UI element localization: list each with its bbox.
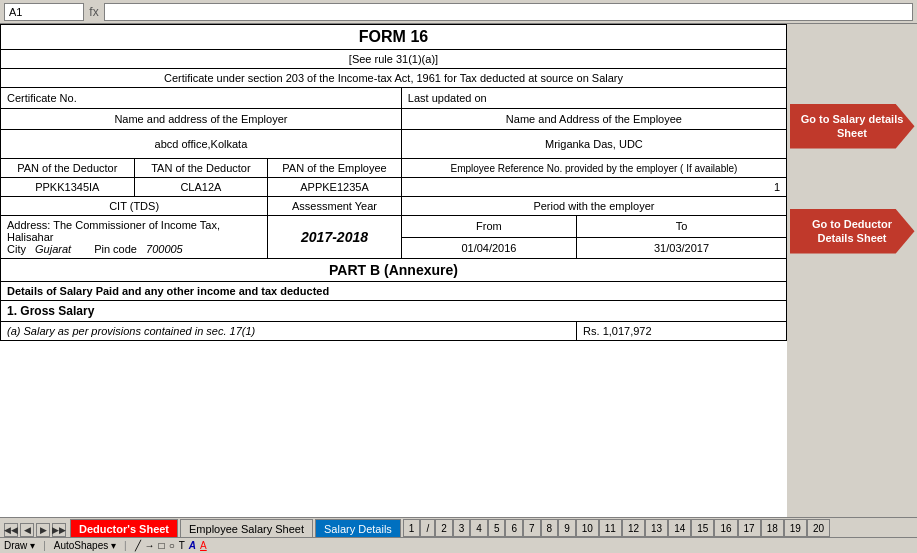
- tab-num-7[interactable]: 6: [505, 519, 523, 537]
- tab-num-20[interactable]: 19: [784, 519, 807, 537]
- from-label: From: [401, 216, 576, 238]
- assessment-year-label: Assessment Year: [268, 197, 402, 216]
- text-icon[interactable]: T: [179, 540, 185, 551]
- employer-name-label: Name and address of the Employer: [1, 109, 402, 130]
- address-label: Address:: [7, 219, 50, 231]
- tab-first-arrow[interactable]: ◀◀: [4, 523, 18, 537]
- tab-num-18[interactable]: 17: [738, 519, 761, 537]
- tab-num-5[interactable]: 4: [470, 519, 488, 537]
- tab-num-2[interactable]: /: [420, 519, 435, 537]
- cell-reference[interactable]: A1: [4, 3, 84, 21]
- salary-provision-label: (a) Salary as per provisions contained i…: [1, 322, 577, 341]
- form-title: FORM 16: [1, 25, 787, 50]
- form16-table: FORM 16 [See rule 31(1)(a)] Certificate …: [0, 24, 787, 341]
- tab-num-9[interactable]: 8: [541, 519, 559, 537]
- tab-num-17[interactable]: 16: [714, 519, 737, 537]
- tab-num-4[interactable]: 3: [453, 519, 471, 537]
- wordart-icon[interactable]: A: [189, 540, 196, 551]
- assessment-year-value: 2017-2018: [268, 216, 402, 259]
- emp-ref-label: Employee Reference No. provided by the e…: [401, 159, 786, 178]
- tab-num-1[interactable]: 1: [403, 519, 421, 537]
- pincode-label: Pin code: [94, 243, 137, 255]
- tab-num-12[interactable]: 11: [599, 519, 622, 537]
- tab-num-6[interactable]: 5: [488, 519, 506, 537]
- tab-num-8[interactable]: 7: [523, 519, 541, 537]
- city-value: Gujarat: [35, 243, 71, 255]
- tab-num-16[interactable]: 15: [691, 519, 714, 537]
- oval-icon[interactable]: ○: [169, 540, 175, 551]
- gross-salary-label: 1. Gross Salary: [1, 301, 787, 322]
- period-label: Period with the employer: [401, 197, 786, 216]
- separator-2: |: [124, 540, 127, 551]
- tab-last-arrow[interactable]: ▶▶: [52, 523, 66, 537]
- pan-employee-label: PAN of the Employee: [268, 159, 402, 178]
- tab-numbers: 1 / 2 3 4 5 6 7 8 9 10 11 12 13 14 15 16…: [403, 519, 830, 537]
- cit-label: CIT (TDS): [1, 197, 268, 216]
- font-color-icon[interactable]: A: [200, 540, 207, 551]
- tab-num-10[interactable]: 9: [558, 519, 576, 537]
- draw-button[interactable]: Draw ▾: [4, 540, 35, 551]
- to-label: To: [577, 216, 787, 238]
- see-rule: [See rule 31(1)(a)]: [1, 50, 787, 69]
- deductor-sheet-button[interactable]: Go to Deductor Details Sheet: [790, 209, 915, 254]
- employee-name-value: Mriganka Das, UDC: [401, 130, 786, 159]
- tan-deductor-label: TAN of the Deductor: [134, 159, 268, 178]
- employer-name-value: abcd office,Kolkata: [1, 130, 402, 159]
- pan-deductor-value: PPKK1345IA: [1, 178, 135, 197]
- from-value: 01/04/2016: [401, 237, 576, 259]
- tabs-row: ◀◀ ◀ ▶ ▶▶ Deductor's Sheet Employee Sala…: [0, 518, 917, 537]
- pincode-value: 700005: [146, 243, 183, 255]
- details-label: Details of Salary Paid and any other inc…: [1, 282, 787, 301]
- emp-ref-value: 1: [401, 178, 786, 197]
- autoshapes-button[interactable]: AutoShapes ▾: [54, 540, 116, 551]
- tab-num-15[interactable]: 14: [668, 519, 691, 537]
- rect-icon[interactable]: □: [159, 540, 165, 551]
- last-updated-label: Last updated on: [401, 88, 786, 109]
- arrow-icon[interactable]: →: [145, 540, 155, 551]
- line-icon[interactable]: ╱: [135, 540, 141, 551]
- part-b-label: PART B (Annexure): [1, 259, 787, 282]
- pan-deductor-label: PAN of the Deductor: [1, 159, 135, 178]
- certificate-text: Certificate under section 203 of the Inc…: [1, 69, 787, 88]
- pan-employee-value: APPKE1235A: [268, 178, 402, 197]
- salary-provision-value: Rs. 1,017,972: [577, 322, 787, 341]
- sheet-area: FORM 16 [See rule 31(1)(a)] Certificate …: [0, 24, 787, 517]
- city-label: City: [7, 243, 26, 255]
- bottom-area: ◀◀ ◀ ▶ ▶▶ Deductor's Sheet Employee Sala…: [0, 517, 917, 553]
- tab-salary-details[interactable]: Salary Details: [315, 519, 401, 537]
- tan-deductor-value: CLA12A: [134, 178, 268, 197]
- tab-num-3[interactable]: 2: [435, 519, 453, 537]
- certificate-no-label: Certificate No.: [1, 88, 402, 109]
- separator-1: |: [43, 540, 46, 551]
- tab-num-21[interactable]: 20: [807, 519, 830, 537]
- tab-deductors-sheet[interactable]: Deductor's Sheet: [70, 519, 178, 537]
- to-value: 31/03/2017: [577, 237, 787, 259]
- salary-sheet-button[interactable]: Go to Salary details Sheet: [790, 104, 915, 149]
- tab-prev-arrow[interactable]: ◀: [20, 523, 34, 537]
- main-area: FORM 16 [See rule 31(1)(a)] Certificate …: [0, 24, 917, 517]
- formula-icon: fx: [84, 5, 104, 19]
- tab-employee-salary-sheet[interactable]: Employee Salary Sheet: [180, 519, 313, 537]
- tab-num-11[interactable]: 10: [576, 519, 599, 537]
- tab-num-19[interactable]: 18: [761, 519, 784, 537]
- tab-num-13[interactable]: 12: [622, 519, 645, 537]
- tab-next-arrow[interactable]: ▶: [36, 523, 50, 537]
- sidebar: Go to Salary details Sheet Go to Deducto…: [787, 24, 917, 517]
- status-bar: Draw ▾ | AutoShapes ▾ | ╱ → □ ○ T A A: [0, 537, 917, 553]
- formula-input[interactable]: [104, 3, 913, 21]
- tab-nav-arrows: ◀◀ ◀ ▶ ▶▶: [0, 523, 70, 537]
- formula-bar-container: A1 fx: [0, 0, 917, 24]
- tab-num-14[interactable]: 13: [645, 519, 668, 537]
- employee-name-label: Name and Address of the Employee: [401, 109, 786, 130]
